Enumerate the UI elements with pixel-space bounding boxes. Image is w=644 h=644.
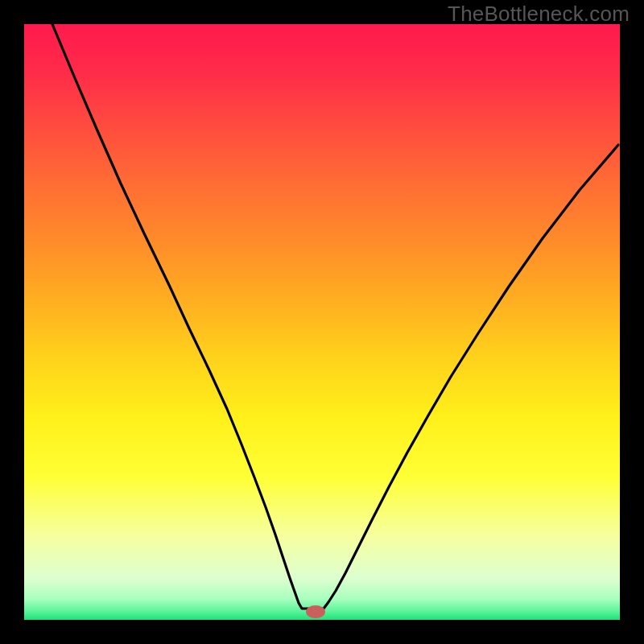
chart-gradient-bg <box>24 24 620 620</box>
outer-frame: TheBottleneck.com <box>0 0 644 644</box>
watermark-text: TheBottleneck.com <box>448 2 630 27</box>
optimum-marker <box>306 605 325 618</box>
bottleneck-chart <box>0 0 644 644</box>
